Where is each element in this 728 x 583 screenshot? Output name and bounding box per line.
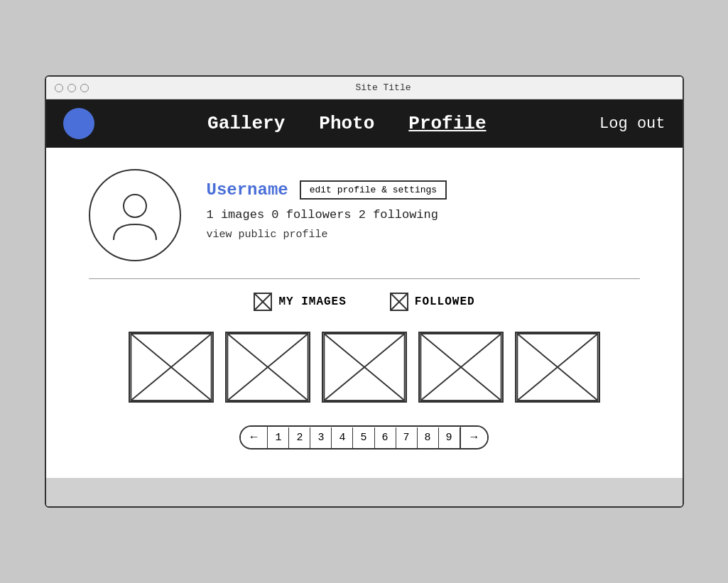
page-1[interactable]: 1 [268, 427, 289, 448]
tab-followed[interactable]: FOLLOWED [389, 292, 475, 312]
image-item-5[interactable] [515, 332, 600, 403]
profile-info: Username edit profile & settings 1 image… [207, 169, 447, 241]
page-2[interactable]: 2 [289, 427, 310, 448]
browser-dot-3 [80, 84, 89, 92]
tabs-row: MY IMAGES FOLLOWED [89, 292, 640, 312]
my-images-icon [253, 292, 273, 312]
avatar [89, 169, 181, 261]
image-grid [89, 332, 640, 403]
browser-titlebar: Site Title [46, 77, 683, 99]
page-6[interactable]: 6 [375, 427, 396, 448]
page-7[interactable]: 7 [396, 427, 418, 448]
browser-title: Site Title [93, 82, 674, 93]
tab-my-images[interactable]: MY IMAGES [253, 292, 346, 312]
pagination-next[interactable]: → [460, 427, 488, 448]
pagination: ← 1 2 3 4 5 6 7 8 9 → [89, 425, 640, 449]
profile-username-row: Username edit profile & settings [207, 180, 447, 200]
pagination-prev[interactable]: ← [241, 427, 268, 448]
page-9[interactable]: 9 [439, 427, 460, 448]
nav-link-photo[interactable]: Photo [319, 113, 374, 134]
navbar: Gallery Photo Profile Log out [46, 99, 683, 148]
logout-button[interactable]: Log out [599, 115, 665, 133]
page-4[interactable]: 4 [332, 427, 353, 448]
browser-dot-2 [67, 84, 76, 92]
page-3[interactable]: 3 [310, 427, 332, 448]
tab-followed-label: FOLLOWED [415, 295, 475, 308]
page-8[interactable]: 8 [418, 427, 439, 448]
profile-stats: 1 images 0 followers 2 following [207, 208, 447, 222]
profile-username: Username [207, 180, 288, 200]
browser-dot-1 [55, 84, 63, 92]
tab-my-images-label: MY IMAGES [278, 295, 346, 308]
browser-window: Site Title Gallery Photo Profile Log out [45, 75, 684, 508]
image-item-3[interactable] [322, 332, 407, 403]
image-item-4[interactable] [418, 332, 504, 403]
image-item-2[interactable] [225, 332, 310, 403]
nav-links: Gallery Photo Profile [94, 113, 600, 134]
view-public-profile-link[interactable]: view public profile [207, 229, 447, 241]
nav-logo[interactable] [63, 108, 94, 139]
nav-link-profile[interactable]: Profile [408, 113, 486, 134]
profile-section: Username edit profile & settings 1 image… [89, 169, 640, 261]
section-divider [89, 278, 640, 279]
page-5[interactable]: 5 [353, 427, 374, 448]
pagination-container: ← 1 2 3 4 5 6 7 8 9 → [239, 425, 489, 449]
page-content: Username edit profile & settings 1 image… [46, 148, 683, 478]
svg-point-0 [124, 195, 146, 217]
bottom-bar [46, 478, 683, 506]
nav-link-gallery[interactable]: Gallery [207, 113, 285, 134]
edit-profile-button[interactable]: edit profile & settings [300, 180, 447, 200]
followed-icon [389, 292, 409, 312]
image-item-1[interactable] [129, 332, 214, 403]
